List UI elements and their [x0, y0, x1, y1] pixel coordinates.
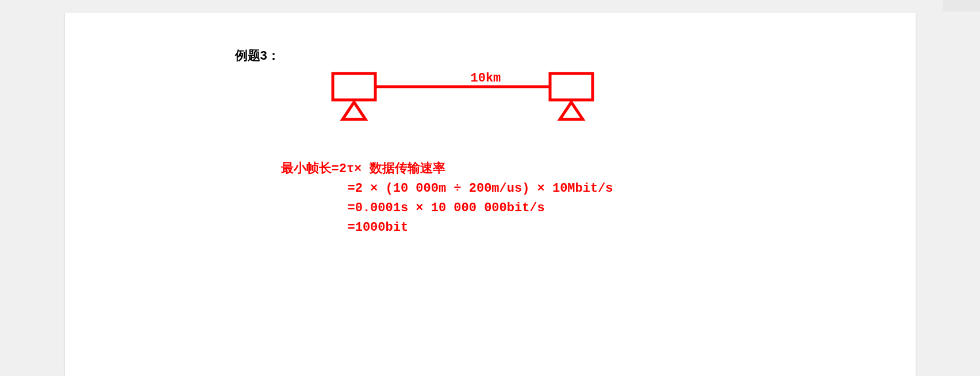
example-title: 例题3：: [235, 47, 916, 64]
svg-marker-1: [343, 102, 366, 119]
viewport-background: 例题3： 10km: [0, 0, 980, 376]
network-diagram: 10km: [327, 68, 916, 131]
content-area: 例题3： 10km: [235, 47, 916, 238]
formula-line-1: 最小帧长=2τ× 数据传输速率: [281, 160, 916, 179]
distance-label: 10km: [471, 71, 501, 86]
scrollbar-stub[interactable]: [943, 0, 980, 11]
formula-line-2: =2 × (10 000m ÷ 200m/us) × 10Mbit/s: [281, 179, 916, 199]
svg-marker-3: [560, 102, 583, 119]
formula-line-3: =0.0001s × 10 000 000bit/s: [281, 199, 916, 218]
svg-rect-2: [550, 73, 593, 100]
computer-icon-right: [550, 73, 593, 119]
svg-rect-0: [333, 73, 375, 100]
document-page: 例题3： 10km: [65, 13, 916, 376]
formula-block: 最小帧长=2τ× 数据传输速率 =2 × (10 000m ÷ 200m/us)…: [281, 160, 916, 238]
formula-line-4: =1000bit: [281, 218, 916, 238]
computer-icon-left: [333, 73, 375, 119]
